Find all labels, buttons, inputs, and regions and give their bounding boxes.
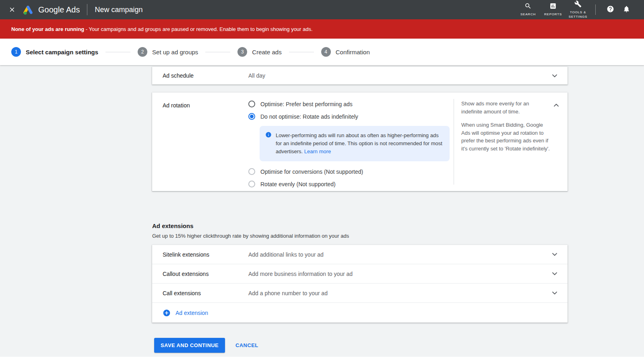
ad-rotation-help-panel: Show ads more evenly for an indefinite a… bbox=[454, 93, 568, 191]
add-ad-extension-button[interactable]: Ad extension bbox=[152, 303, 568, 323]
ad-extensions-card: Sitelink extensions Add additional links… bbox=[152, 245, 568, 323]
step-connector bbox=[289, 52, 314, 52]
alert-text: - Your campaigns and ad groups are pause… bbox=[84, 26, 312, 32]
sitelink-extensions-label: Sitelink extensions bbox=[152, 251, 248, 258]
ad-schedule-card[interactable]: Ad schedule All day bbox=[152, 67, 568, 84]
ads-not-running-banner: None of your ads are running - Your camp… bbox=[0, 19, 644, 39]
ad-rotation-options: Optimise: Prefer best performing ads Do … bbox=[248, 93, 454, 191]
add-ad-extension-label: Ad extension bbox=[175, 310, 208, 316]
search-label: SEARCH bbox=[520, 12, 536, 16]
radio-label: Do not optimise: Rotate ads indefinitely bbox=[260, 113, 358, 120]
form-actions: SAVE AND CONTINUE CANCEL bbox=[152, 338, 568, 353]
reports-button[interactable]: REPORTS bbox=[541, 2, 566, 16]
topbar-actions: SEARCH REPORTS TOOLS & SETTINGS bbox=[516, 0, 634, 19]
step-label: Create ads bbox=[252, 49, 281, 56]
radio-rotate-evenly[interactable]: Rotate evenly (Not supported) bbox=[248, 178, 454, 190]
info-icon bbox=[265, 132, 272, 140]
page-title: New campaign bbox=[95, 6, 142, 14]
ad-extensions-title: Ad extensions bbox=[152, 222, 568, 229]
chevron-down-icon[interactable] bbox=[552, 292, 568, 294]
chevron-down-icon[interactable] bbox=[552, 272, 568, 275]
search-icon bbox=[524, 2, 532, 11]
info-note: Lower-performing ads will run about as o… bbox=[260, 126, 450, 161]
tools-settings-label: TOOLS & SETTINGS bbox=[566, 10, 590, 19]
alert-bold-text: None of your ads are running bbox=[11, 26, 84, 32]
radio-icon[interactable] bbox=[248, 168, 255, 175]
step-number: 1 bbox=[11, 47, 21, 57]
ad-rotation-card: Ad rotation Optimise: Prefer best perfor… bbox=[152, 93, 568, 191]
callout-extensions-row[interactable]: Callout extensions Add more business inf… bbox=[152, 264, 568, 284]
ad-rotation-label: Ad rotation bbox=[152, 93, 248, 191]
step-confirmation[interactable]: 4 Confirmation bbox=[321, 47, 370, 57]
radio-selected-icon[interactable] bbox=[248, 113, 255, 120]
step-create-ads[interactable]: 3 Create ads bbox=[237, 47, 281, 57]
step-number: 4 bbox=[321, 47, 331, 57]
step-label: Confirmation bbox=[336, 49, 370, 56]
learn-more-link[interactable]: Learn more bbox=[304, 148, 331, 154]
radio-do-not-optimise[interactable]: Do not optimise: Rotate ads indefinitely bbox=[248, 110, 454, 123]
call-extensions-label: Call extensions bbox=[152, 290, 248, 296]
reports-icon bbox=[549, 2, 557, 11]
step-label: Set up ad groups bbox=[152, 49, 198, 56]
info-note-text: Lower-performing ads will run about as o… bbox=[276, 132, 442, 154]
radio-label: Rotate evenly (Not supported) bbox=[260, 181, 336, 187]
help-button[interactable] bbox=[602, 5, 618, 14]
help-paragraph-1: Show ads more evenly for an indefinite a… bbox=[461, 100, 550, 115]
brand-name: Google Ads bbox=[38, 5, 80, 14]
main-content: Ad schedule All day Ad rotation Optimise… bbox=[0, 65, 644, 357]
ad-extensions-subtitle: Get up to 15% higher clickthrough rate b… bbox=[152, 233, 568, 239]
wrench-icon bbox=[574, 0, 582, 9]
save-and-continue-button[interactable]: SAVE AND CONTINUE bbox=[154, 338, 225, 353]
google-ads-logo-icon bbox=[23, 4, 33, 15]
ad-schedule-value: All day bbox=[248, 72, 552, 79]
sitelink-extensions-value: Add additional links to your ad bbox=[248, 251, 552, 258]
callout-extensions-value: Add more business information to your ad bbox=[248, 271, 552, 277]
tools-settings-button[interactable]: TOOLS & SETTINGS bbox=[566, 0, 590, 19]
campaign-stepper: 1 Select campaign settings 2 Set up ad g… bbox=[0, 39, 644, 65]
chevron-up-icon[interactable] bbox=[554, 100, 559, 108]
reports-label: REPORTS bbox=[544, 12, 562, 16]
add-circle-icon bbox=[163, 309, 171, 317]
step-connector bbox=[105, 52, 130, 52]
radio-icon[interactable] bbox=[248, 101, 255, 107]
step-select-campaign-settings[interactable]: 1 Select campaign settings bbox=[11, 47, 98, 57]
cancel-button[interactable]: CANCEL bbox=[235, 342, 258, 348]
radio-label: Optimise: Prefer best performing ads bbox=[260, 101, 353, 107]
callout-extensions-label: Callout extensions bbox=[152, 271, 248, 277]
topbar-divider bbox=[595, 4, 596, 15]
radio-optimise-for-conversions[interactable]: Optimise for conversions (Not supported) bbox=[248, 165, 454, 178]
sitelink-extensions-row[interactable]: Sitelink extensions Add additional links… bbox=[152, 245, 568, 264]
ad-schedule-label: Ad schedule bbox=[152, 72, 248, 79]
step-number: 2 bbox=[138, 47, 147, 57]
topbar-divider bbox=[87, 4, 87, 15]
step-label: Select campaign settings bbox=[26, 49, 98, 56]
call-extensions-row[interactable]: Call extensions Add a phone number to yo… bbox=[152, 284, 568, 303]
step-connector bbox=[205, 52, 230, 52]
topbar: Google Ads New campaign SEARCH REPORTS T… bbox=[0, 0, 644, 19]
chevron-down-icon[interactable] bbox=[552, 253, 568, 256]
call-extensions-value: Add a phone number to your ad bbox=[248, 290, 552, 296]
chevron-down-icon[interactable] bbox=[552, 74, 568, 77]
notifications-button[interactable] bbox=[618, 5, 634, 14]
help-paragraph-2: When using Smart Bidding, Google Ads wil… bbox=[461, 121, 550, 152]
step-number: 3 bbox=[237, 47, 247, 57]
radio-optimise-best-performing[interactable]: Optimise: Prefer best performing ads bbox=[248, 98, 454, 110]
bell-icon bbox=[623, 5, 630, 14]
help-icon bbox=[607, 5, 614, 14]
close-icon[interactable] bbox=[6, 6, 18, 13]
radio-label: Optimise for conversions (Not supported) bbox=[260, 169, 363, 175]
search-button[interactable]: SEARCH bbox=[516, 2, 541, 16]
radio-icon[interactable] bbox=[248, 181, 255, 187]
step-set-up-ad-groups[interactable]: 2 Set up ad groups bbox=[138, 47, 198, 57]
